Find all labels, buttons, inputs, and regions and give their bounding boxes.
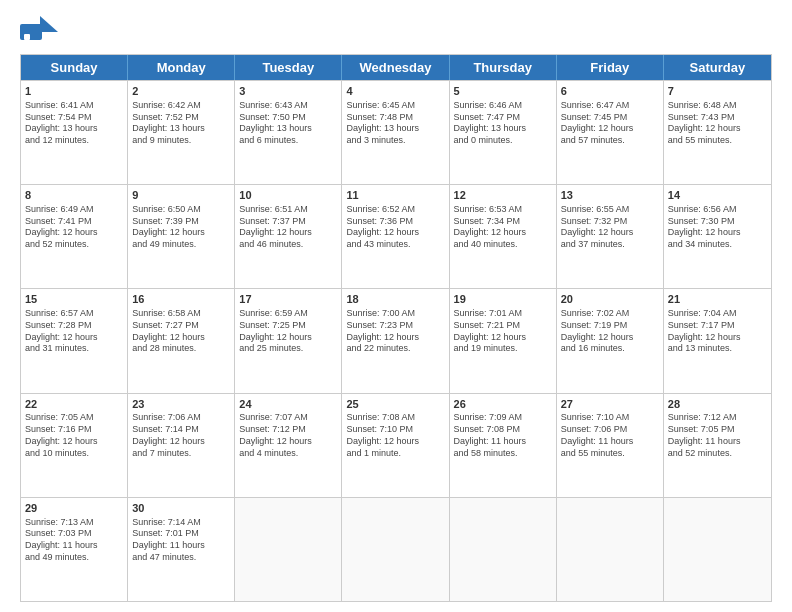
- day-number: 7: [668, 84, 767, 99]
- day-info: Sunrise: 6:56 AMSunset: 7:30 PMDaylight:…: [668, 204, 767, 251]
- day-number: 27: [561, 397, 659, 412]
- svg-rect-0: [20, 24, 42, 40]
- day-number: 15: [25, 292, 123, 307]
- day-number: 22: [25, 397, 123, 412]
- header: [20, 16, 772, 48]
- day-number: 13: [561, 188, 659, 203]
- day-info: Sunrise: 7:04 AMSunset: 7:17 PMDaylight:…: [668, 308, 767, 355]
- day-number: 23: [132, 397, 230, 412]
- empty-cell: [557, 498, 664, 601]
- day-cell-10: 10Sunrise: 6:51 AMSunset: 7:37 PMDayligh…: [235, 185, 342, 288]
- day-number: 3: [239, 84, 337, 99]
- day-info: Sunrise: 6:50 AMSunset: 7:39 PMDaylight:…: [132, 204, 230, 251]
- empty-cell: [235, 498, 342, 601]
- day-number: 21: [668, 292, 767, 307]
- day-info: Sunrise: 6:51 AMSunset: 7:37 PMDaylight:…: [239, 204, 337, 251]
- day-header-monday: Monday: [128, 55, 235, 80]
- calendar-header: SundayMondayTuesdayWednesdayThursdayFrid…: [21, 55, 771, 80]
- day-info: Sunrise: 6:48 AMSunset: 7:43 PMDaylight:…: [668, 100, 767, 147]
- day-info: Sunrise: 6:41 AMSunset: 7:54 PMDaylight:…: [25, 100, 123, 147]
- day-number: 19: [454, 292, 552, 307]
- day-cell-15: 15Sunrise: 6:57 AMSunset: 7:28 PMDayligh…: [21, 289, 128, 392]
- day-number: 10: [239, 188, 337, 203]
- calendar-body: 1Sunrise: 6:41 AMSunset: 7:54 PMDaylight…: [21, 80, 771, 601]
- day-info: Sunrise: 7:14 AMSunset: 7:01 PMDaylight:…: [132, 517, 230, 564]
- day-number: 25: [346, 397, 444, 412]
- day-info: Sunrise: 7:01 AMSunset: 7:21 PMDaylight:…: [454, 308, 552, 355]
- day-info: Sunrise: 7:09 AMSunset: 7:08 PMDaylight:…: [454, 412, 552, 459]
- day-number: 16: [132, 292, 230, 307]
- day-cell-29: 29Sunrise: 7:13 AMSunset: 7:03 PMDayligh…: [21, 498, 128, 601]
- day-info: Sunrise: 6:43 AMSunset: 7:50 PMDaylight:…: [239, 100, 337, 147]
- day-cell-2: 2Sunrise: 6:42 AMSunset: 7:52 PMDaylight…: [128, 81, 235, 184]
- day-number: 14: [668, 188, 767, 203]
- day-number: 9: [132, 188, 230, 203]
- day-info: Sunrise: 6:46 AMSunset: 7:47 PMDaylight:…: [454, 100, 552, 147]
- svg-rect-2: [24, 34, 30, 40]
- day-cell-4: 4Sunrise: 6:45 AMSunset: 7:48 PMDaylight…: [342, 81, 449, 184]
- day-info: Sunrise: 6:47 AMSunset: 7:45 PMDaylight:…: [561, 100, 659, 147]
- day-cell-22: 22Sunrise: 7:05 AMSunset: 7:16 PMDayligh…: [21, 394, 128, 497]
- day-info: Sunrise: 6:52 AMSunset: 7:36 PMDaylight:…: [346, 204, 444, 251]
- empty-cell: [450, 498, 557, 601]
- day-info: Sunrise: 7:00 AMSunset: 7:23 PMDaylight:…: [346, 308, 444, 355]
- day-info: Sunrise: 6:45 AMSunset: 7:48 PMDaylight:…: [346, 100, 444, 147]
- day-cell-27: 27Sunrise: 7:10 AMSunset: 7:06 PMDayligh…: [557, 394, 664, 497]
- day-number: 11: [346, 188, 444, 203]
- day-cell-1: 1Sunrise: 6:41 AMSunset: 7:54 PMDaylight…: [21, 81, 128, 184]
- day-cell-26: 26Sunrise: 7:09 AMSunset: 7:08 PMDayligh…: [450, 394, 557, 497]
- day-cell-16: 16Sunrise: 6:58 AMSunset: 7:27 PMDayligh…: [128, 289, 235, 392]
- page: SundayMondayTuesdayWednesdayThursdayFrid…: [0, 0, 792, 612]
- day-number: 8: [25, 188, 123, 203]
- day-number: 12: [454, 188, 552, 203]
- day-number: 4: [346, 84, 444, 99]
- day-number: 24: [239, 397, 337, 412]
- day-number: 20: [561, 292, 659, 307]
- day-info: Sunrise: 7:06 AMSunset: 7:14 PMDaylight:…: [132, 412, 230, 459]
- calendar-week-4: 22Sunrise: 7:05 AMSunset: 7:16 PMDayligh…: [21, 393, 771, 497]
- day-cell-7: 7Sunrise: 6:48 AMSunset: 7:43 PMDaylight…: [664, 81, 771, 184]
- day-cell-3: 3Sunrise: 6:43 AMSunset: 7:50 PMDaylight…: [235, 81, 342, 184]
- day-cell-11: 11Sunrise: 6:52 AMSunset: 7:36 PMDayligh…: [342, 185, 449, 288]
- day-header-wednesday: Wednesday: [342, 55, 449, 80]
- svg-marker-1: [40, 16, 58, 32]
- day-cell-13: 13Sunrise: 6:55 AMSunset: 7:32 PMDayligh…: [557, 185, 664, 288]
- day-cell-21: 21Sunrise: 7:04 AMSunset: 7:17 PMDayligh…: [664, 289, 771, 392]
- day-cell-8: 8Sunrise: 6:49 AMSunset: 7:41 PMDaylight…: [21, 185, 128, 288]
- day-info: Sunrise: 6:42 AMSunset: 7:52 PMDaylight:…: [132, 100, 230, 147]
- day-number: 17: [239, 292, 337, 307]
- day-header-tuesday: Tuesday: [235, 55, 342, 80]
- day-cell-9: 9Sunrise: 6:50 AMSunset: 7:39 PMDaylight…: [128, 185, 235, 288]
- day-number: 2: [132, 84, 230, 99]
- calendar-week-3: 15Sunrise: 6:57 AMSunset: 7:28 PMDayligh…: [21, 288, 771, 392]
- calendar: SundayMondayTuesdayWednesdayThursdayFrid…: [20, 54, 772, 602]
- day-info: Sunrise: 7:08 AMSunset: 7:10 PMDaylight:…: [346, 412, 444, 459]
- day-number: 29: [25, 501, 123, 516]
- day-cell-6: 6Sunrise: 6:47 AMSunset: 7:45 PMDaylight…: [557, 81, 664, 184]
- day-number: 28: [668, 397, 767, 412]
- day-number: 26: [454, 397, 552, 412]
- calendar-week-1: 1Sunrise: 6:41 AMSunset: 7:54 PMDaylight…: [21, 80, 771, 184]
- day-cell-25: 25Sunrise: 7:08 AMSunset: 7:10 PMDayligh…: [342, 394, 449, 497]
- calendar-week-2: 8Sunrise: 6:49 AMSunset: 7:41 PMDaylight…: [21, 184, 771, 288]
- day-info: Sunrise: 6:49 AMSunset: 7:41 PMDaylight:…: [25, 204, 123, 251]
- day-info: Sunrise: 6:53 AMSunset: 7:34 PMDaylight:…: [454, 204, 552, 251]
- day-cell-20: 20Sunrise: 7:02 AMSunset: 7:19 PMDayligh…: [557, 289, 664, 392]
- empty-cell: [664, 498, 771, 601]
- logo-icon: [20, 16, 58, 48]
- day-info: Sunrise: 7:13 AMSunset: 7:03 PMDaylight:…: [25, 517, 123, 564]
- day-header-saturday: Saturday: [664, 55, 771, 80]
- day-cell-14: 14Sunrise: 6:56 AMSunset: 7:30 PMDayligh…: [664, 185, 771, 288]
- day-info: Sunrise: 7:02 AMSunset: 7:19 PMDaylight:…: [561, 308, 659, 355]
- day-info: Sunrise: 6:57 AMSunset: 7:28 PMDaylight:…: [25, 308, 123, 355]
- day-cell-30: 30Sunrise: 7:14 AMSunset: 7:01 PMDayligh…: [128, 498, 235, 601]
- day-info: Sunrise: 6:58 AMSunset: 7:27 PMDaylight:…: [132, 308, 230, 355]
- day-cell-17: 17Sunrise: 6:59 AMSunset: 7:25 PMDayligh…: [235, 289, 342, 392]
- day-header-sunday: Sunday: [21, 55, 128, 80]
- logo: [20, 16, 62, 48]
- day-header-thursday: Thursday: [450, 55, 557, 80]
- day-number: 18: [346, 292, 444, 307]
- day-info: Sunrise: 7:12 AMSunset: 7:05 PMDaylight:…: [668, 412, 767, 459]
- day-cell-5: 5Sunrise: 6:46 AMSunset: 7:47 PMDaylight…: [450, 81, 557, 184]
- empty-cell: [342, 498, 449, 601]
